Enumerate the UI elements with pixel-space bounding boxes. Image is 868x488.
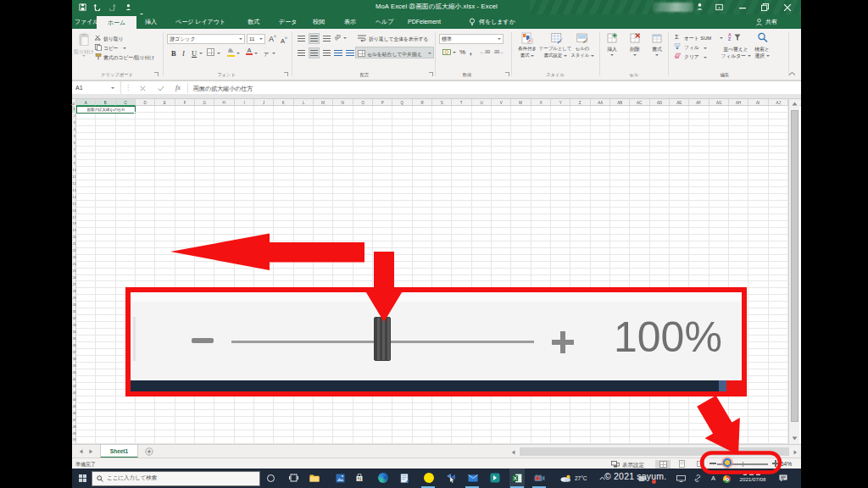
tab-data[interactable]: データ bbox=[279, 14, 297, 29]
font-size-combo[interactable]: 11 bbox=[247, 34, 265, 44]
row-header-2[interactable]: 2 bbox=[72, 113, 76, 119]
row-header-39[interactable]: 39 bbox=[72, 363, 76, 369]
edge-icon[interactable] bbox=[377, 472, 389, 484]
fill-color-icon[interactable] bbox=[227, 48, 235, 57]
row-header-34[interactable]: 34 bbox=[72, 329, 76, 336]
row-header-9[interactable]: 9 bbox=[72, 160, 76, 167]
horizontal-scroll-thumb[interactable] bbox=[520, 447, 789, 456]
sheet-tab-sheet1[interactable]: Sheet1 bbox=[100, 445, 138, 458]
enter-icon[interactable] bbox=[158, 86, 164, 92]
row-header-8[interactable]: 8 bbox=[72, 153, 76, 160]
column-header-AB[interactable]: AB bbox=[610, 99, 630, 106]
row-header-22[interactable]: 22 bbox=[72, 247, 76, 254]
decrease-indent-icon[interactable] bbox=[334, 50, 342, 57]
bold-button[interactable]: B bbox=[171, 49, 176, 58]
mail-icon[interactable] bbox=[467, 472, 479, 484]
align-center-icon[interactable] bbox=[310, 50, 318, 57]
taskbar-search-box[interactable]: ここに入力して検索 bbox=[92, 471, 260, 486]
share-app-icon[interactable] bbox=[489, 472, 501, 484]
vertical-scrollbar[interactable] bbox=[788, 99, 799, 444]
row-header-29[interactable]: 29 bbox=[72, 295, 76, 302]
column-header-D[interactable]: D bbox=[136, 99, 155, 106]
format-as-table-icon[interactable] bbox=[551, 32, 564, 44]
close-button[interactable] bbox=[778, 0, 797, 14]
column-header-J[interactable]: J bbox=[254, 99, 274, 106]
merge-center-button[interactable]: セルを結合して中央揃え bbox=[355, 47, 434, 58]
format-cells-icon[interactable] bbox=[652, 33, 663, 43]
row-header-41[interactable]: 41 bbox=[72, 376, 76, 383]
task-view-icon[interactable] bbox=[287, 472, 299, 484]
paste-icon[interactable] bbox=[79, 33, 90, 47]
font-dialog-launcher-icon[interactable] bbox=[284, 72, 288, 76]
column-header-AE[interactable]: AE bbox=[670, 99, 689, 106]
row-header-46[interactable]: 46 bbox=[72, 410, 76, 417]
row-header-48[interactable]: 48 bbox=[72, 424, 76, 430]
active-cell-a1[interactable]: 画面の拡大縮小の仕方 bbox=[76, 106, 136, 114]
decrease-decimal-icon[interactable]: .00→ bbox=[493, 49, 504, 54]
fill-label[interactable]: フィル bbox=[684, 44, 699, 52]
row-header-47[interactable]: 47 bbox=[72, 417, 76, 424]
italic-button[interactable]: I bbox=[182, 49, 185, 58]
alignment-dialog-launcher-icon[interactable] bbox=[429, 72, 433, 76]
row-header-36[interactable]: 36 bbox=[72, 342, 76, 349]
column-header-AD[interactable]: AD bbox=[650, 99, 670, 106]
row-header-24[interactable]: 24 bbox=[72, 261, 76, 268]
increase-decimal-icon[interactable]: ←.00 bbox=[480, 49, 490, 54]
row-header-44[interactable]: 44 bbox=[72, 396, 76, 403]
wrap-text-icon[interactable] bbox=[358, 34, 366, 42]
insert-cells-label[interactable]: 挿入 bbox=[599, 46, 625, 53]
photos-icon[interactable] bbox=[334, 472, 346, 484]
align-right-icon[interactable] bbox=[323, 50, 331, 57]
autosum-sigma-icon[interactable]: Σ bbox=[675, 33, 679, 41]
phonetic-guide-icon[interactable]: ``ア bbox=[264, 47, 269, 58]
orientation-icon[interactable]: ab bbox=[333, 32, 342, 41]
row-header-17[interactable]: 17 bbox=[72, 214, 76, 221]
row-header-21[interactable]: 21 bbox=[72, 241, 76, 247]
column-header-E[interactable]: E bbox=[155, 99, 175, 106]
pinned-app-icon[interactable] bbox=[445, 472, 457, 484]
row-header-49[interactable]: 49 bbox=[72, 430, 76, 437]
row-header-3[interactable]: 3 bbox=[72, 119, 76, 126]
number-dialog-launcher-icon[interactable] bbox=[505, 72, 509, 76]
row-header-20[interactable]: 20 bbox=[72, 234, 76, 241]
font-color-icon[interactable]: A bbox=[246, 47, 253, 55]
row-header-42[interactable]: 42 bbox=[72, 383, 76, 390]
scroll-up-icon[interactable] bbox=[792, 102, 798, 106]
hscroll-right-icon[interactable] bbox=[793, 450, 798, 455]
column-header-AF[interactable]: AF bbox=[689, 99, 709, 106]
wrap-text-label[interactable]: 折り返して全体を表示する bbox=[369, 36, 428, 43]
cell-styles-label1[interactable]: セルの bbox=[566, 46, 598, 52]
cortana-icon[interactable] bbox=[264, 472, 276, 484]
column-header-G[interactable]: G bbox=[195, 99, 214, 106]
cut-label[interactable]: 切り取り bbox=[103, 36, 123, 43]
row-header-7[interactable]: 7 bbox=[72, 147, 76, 153]
view-page-layout-button[interactable] bbox=[674, 460, 689, 469]
insert-cells-icon[interactable] bbox=[607, 33, 618, 43]
cell-styles-icon[interactable] bbox=[576, 32, 589, 44]
column-header-W[interactable]: W bbox=[511, 99, 531, 106]
zoom-slider-handle[interactable] bbox=[726, 461, 729, 468]
column-header-Z[interactable]: Z bbox=[570, 99, 590, 106]
row-header-13[interactable]: 13 bbox=[72, 187, 76, 194]
sheet-nav-left-icon[interactable] bbox=[79, 449, 83, 454]
camera-app-icon[interactable] bbox=[533, 472, 545, 484]
file-explorer-icon[interactable] bbox=[309, 472, 320, 484]
column-header-X[interactable]: X bbox=[531, 99, 551, 106]
clipboard-dialog-launcher-icon[interactable] bbox=[154, 72, 159, 76]
share-button[interactable]: 共有 bbox=[765, 14, 777, 29]
font-name-combo[interactable]: 游ゴシック bbox=[167, 34, 245, 44]
accounting-format-icon[interactable] bbox=[442, 48, 451, 56]
column-header-U[interactable]: U bbox=[472, 99, 492, 106]
autosum-label[interactable]: オート SUM bbox=[684, 35, 711, 42]
delete-cells-icon[interactable] bbox=[630, 33, 641, 43]
copy-label[interactable]: コピー bbox=[103, 45, 119, 53]
row-header-10[interactable]: 10 bbox=[72, 167, 76, 174]
row-header-6[interactable]: 6 bbox=[72, 140, 76, 147]
name-box-dropdown-icon[interactable] bbox=[111, 87, 114, 89]
tab-review[interactable]: 校閲 bbox=[313, 14, 325, 29]
row-header-19[interactable]: 19 bbox=[72, 227, 76, 234]
tab-formulas[interactable]: 数式 bbox=[248, 14, 259, 29]
row-header-23[interactable]: 23 bbox=[72, 254, 76, 261]
row-header-31[interactable]: 31 bbox=[72, 308, 76, 315]
align-bottom-icon[interactable] bbox=[323, 36, 331, 42]
